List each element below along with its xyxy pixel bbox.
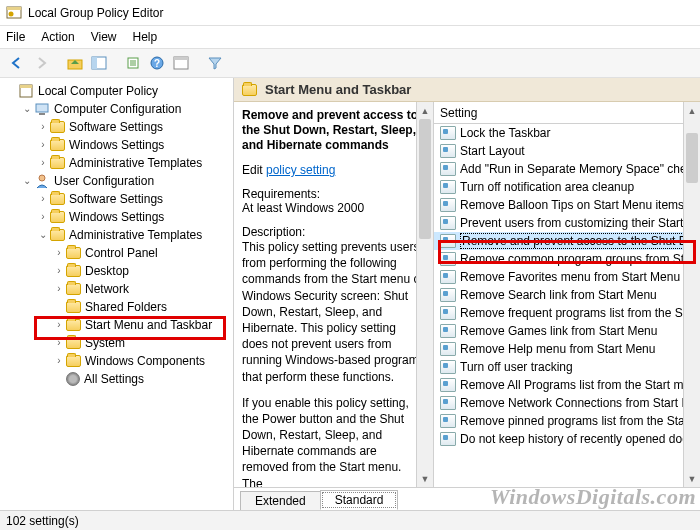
list-item[interactable]: Lock the Taskbar — [434, 124, 700, 142]
tree-cc-software[interactable]: ›Software Settings — [2, 118, 233, 136]
content-title: Start Menu and Taskbar — [265, 82, 411, 97]
setting-icon — [440, 198, 456, 212]
list-item[interactable]: Remove common program groups from Sta — [434, 250, 700, 268]
list-item[interactable]: Start Layout — [434, 142, 700, 160]
expand-icon[interactable]: › — [36, 192, 50, 206]
tree-user-config[interactable]: ⌄User Configuration — [2, 172, 233, 190]
list-item[interactable]: Turn off user tracking — [434, 358, 700, 376]
expand-icon[interactable]: › — [36, 156, 50, 170]
description-label: Description: — [242, 225, 425, 239]
expand-icon[interactable]: › — [52, 354, 66, 368]
export-list-button[interactable] — [122, 52, 144, 74]
list-item[interactable]: Remove Balloon Tips on Start Menu items — [434, 196, 700, 214]
tree-windows-components[interactable]: ›Windows Components — [2, 352, 233, 370]
list-body[interactable]: Lock the TaskbarStart LayoutAdd "Run in … — [434, 124, 700, 487]
back-button[interactable] — [6, 52, 28, 74]
menu-file[interactable]: File — [6, 30, 25, 44]
list-item[interactable]: Remove Search link from Start Menu — [434, 286, 700, 304]
list-scrollbar[interactable]: ▲ ▼ — [683, 102, 700, 487]
list-item-label: Remove Balloon Tips on Start Menu items — [460, 198, 684, 212]
tree-all-settings[interactable]: All Settings — [2, 370, 233, 388]
expand-icon[interactable]: › — [52, 282, 66, 296]
scroll-down-icon[interactable]: ▼ — [417, 470, 433, 487]
properties-button[interactable] — [170, 52, 192, 74]
expand-icon[interactable]: › — [52, 246, 66, 260]
list-item-label: Add "Run in Separate Memory Space" check — [460, 162, 699, 176]
help-button[interactable]: ? — [146, 52, 168, 74]
list-item-label: Remove Search link from Start Menu — [460, 288, 657, 302]
gear-icon — [66, 372, 80, 386]
tree-computer-config[interactable]: ⌄Computer Configuration — [2, 100, 233, 118]
tree-uc-software[interactable]: ›Software Settings — [2, 190, 233, 208]
menu-view[interactable]: View — [91, 30, 117, 44]
collapse-icon[interactable]: ⌄ — [36, 228, 50, 242]
list-item-label: Remove common program groups from Sta — [460, 252, 691, 266]
tree-start-menu-taskbar[interactable]: ›Start Menu and Taskbar — [2, 316, 233, 334]
list-item[interactable]: Remove Network Connections from Start M — [434, 394, 700, 412]
list-item[interactable]: Remove Favorites menu from Start Menu — [434, 268, 700, 286]
list-item[interactable]: Add "Run in Separate Memory Space" check — [434, 160, 700, 178]
expand-icon[interactable]: › — [36, 120, 50, 134]
menu-help[interactable]: Help — [133, 30, 158, 44]
expand-icon[interactable]: › — [36, 210, 50, 224]
tree-control-panel[interactable]: ›Control Panel — [2, 244, 233, 262]
right-pane: Start Menu and Taskbar Remove and preven… — [234, 78, 700, 510]
svg-rect-1 — [7, 7, 21, 10]
collapse-icon[interactable]: ⌄ — [20, 174, 34, 188]
setting-icon — [440, 396, 456, 410]
tab-extended[interactable]: Extended — [240, 491, 321, 510]
folder-icon — [66, 283, 81, 295]
list-item[interactable]: Do not keep history of recently opened d… — [434, 430, 700, 448]
tree-shared-folders[interactable]: Shared Folders — [2, 298, 233, 316]
setting-icon — [440, 162, 456, 176]
scroll-up-icon[interactable]: ▲ — [417, 102, 433, 119]
folder-icon — [50, 229, 65, 241]
filter-button[interactable] — [204, 52, 226, 74]
desc-scrollbar[interactable]: ▲ ▼ — [416, 102, 433, 487]
tree-cc-admin[interactable]: ›Administrative Templates — [2, 154, 233, 172]
folder-icon — [66, 337, 81, 349]
tree-uc-windows[interactable]: ›Windows Settings — [2, 208, 233, 226]
tree-network[interactable]: ›Network — [2, 280, 233, 298]
list-item[interactable]: Prevent users from customizing their Sta… — [434, 214, 700, 232]
list-item[interactable]: Turn off notification area cleanup — [434, 178, 700, 196]
list-item-label: Turn off notification area cleanup — [460, 180, 634, 194]
scroll-up-icon[interactable]: ▲ — [684, 102, 700, 119]
list-item[interactable]: Remove pinned programs list from the Sta… — [434, 412, 700, 430]
expand-icon[interactable]: › — [52, 264, 66, 278]
tree-pane[interactable]: Local Computer Policy ⌄Computer Configur… — [0, 78, 234, 510]
folder-icon — [66, 319, 81, 331]
list-item[interactable]: Remove frequent programs list from the S… — [434, 304, 700, 322]
list-item[interactable]: Remove Help menu from Start Menu — [434, 340, 700, 358]
folder-icon — [50, 193, 65, 205]
up-button[interactable] — [64, 52, 86, 74]
show-hide-tree-button[interactable] — [88, 52, 110, 74]
list-item-label: Remove pinned programs list from the Sta… — [460, 414, 692, 428]
list-item[interactable]: Remove Games link from Start Menu — [434, 322, 700, 340]
setting-icon — [440, 342, 456, 356]
forward-button[interactable] — [30, 52, 52, 74]
tree-desktop[interactable]: ›Desktop — [2, 262, 233, 280]
tree-root[interactable]: Local Computer Policy — [2, 82, 233, 100]
expand-icon[interactable]: › — [52, 318, 66, 332]
edit-policy-link[interactable]: policy setting — [266, 163, 335, 177]
list-item[interactable]: Remove and prevent access to the Shut Do — [434, 232, 700, 250]
folder-icon — [66, 355, 81, 367]
tree-cc-windows[interactable]: ›Windows Settings — [2, 136, 233, 154]
expand-icon[interactable]: › — [52, 336, 66, 350]
tree-uc-admin[interactable]: ⌄Administrative Templates — [2, 226, 233, 244]
menu-action[interactable]: Action — [41, 30, 74, 44]
setting-icon — [440, 378, 456, 392]
view-tabs: Extended Standard — [234, 488, 700, 510]
list-item-label: Start Layout — [460, 144, 525, 158]
scroll-down-icon[interactable]: ▼ — [684, 470, 700, 487]
requirements-label: Requirements: — [242, 187, 425, 201]
tab-standard[interactable]: Standard — [320, 490, 399, 510]
collapse-icon[interactable]: ⌄ — [20, 102, 34, 116]
svg-rect-14 — [39, 113, 45, 115]
setting-icon — [440, 306, 456, 320]
list-header[interactable]: Setting — [434, 102, 700, 124]
expand-icon[interactable]: › — [36, 138, 50, 152]
list-item[interactable]: Remove All Programs list from the Start … — [434, 376, 700, 394]
tree-system[interactable]: ›System — [2, 334, 233, 352]
